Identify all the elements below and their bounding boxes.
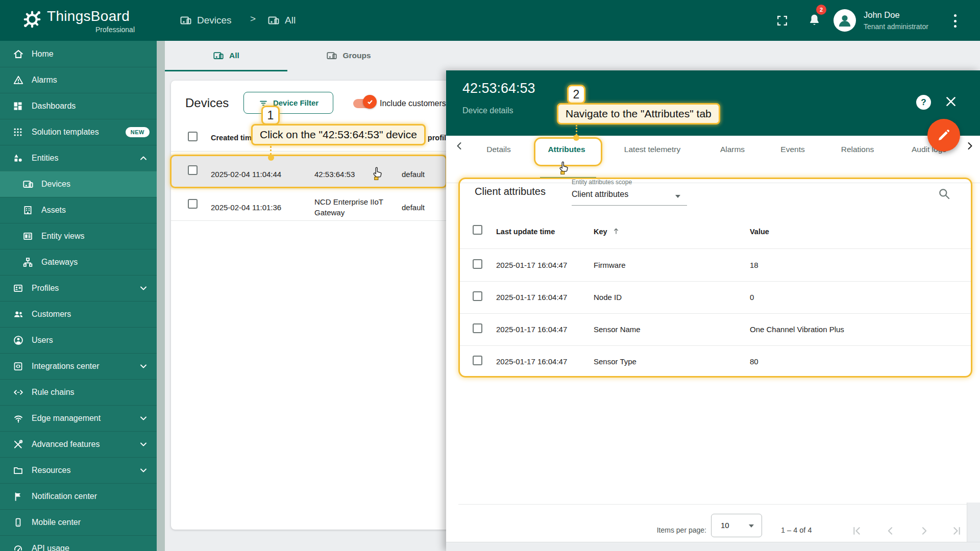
select-all-checkbox[interactable]: [188, 132, 198, 141]
thingsboard-app: ThingsBoard Professional Devices > All 2…: [0, 0, 980, 551]
sidebar-item-mobile-center[interactable]: Mobile center: [0, 509, 157, 535]
row-checkbox[interactable]: [188, 199, 198, 209]
tab-attributes[interactable]: Attributes: [548, 145, 585, 154]
tabs-scroll-right-button[interactable]: [964, 140, 976, 152]
device-icon: [180, 14, 192, 27]
sidebar-item-entities[interactable]: Entities: [0, 145, 157, 171]
panel-subtitle: Device details: [462, 106, 513, 115]
column-header-key[interactable]: Key: [594, 228, 607, 236]
cell-value: 80: [750, 357, 758, 366]
sidebar-item-integrations-center[interactable]: Integrations center: [0, 353, 157, 379]
sidebar-item-assets[interactable]: Assets: [0, 197, 157, 223]
row-checkbox[interactable]: [473, 356, 482, 365]
tab-relations[interactable]: Relations: [841, 145, 874, 154]
breadcrumb-devices[interactable]: Devices: [180, 0, 232, 41]
toggle-check-icon[interactable]: [363, 95, 377, 109]
first-page-button[interactable]: [850, 524, 863, 537]
select-all-attributes-checkbox[interactable]: [473, 225, 482, 235]
notifications-bell-button[interactable]: [807, 13, 822, 28]
sidebar-item-label: Solution templates: [32, 128, 99, 137]
cell-last-update-time: 2025-01-17 16:04:47: [496, 293, 567, 302]
sidebar-item-edge-management[interactable]: Edge management: [0, 405, 157, 431]
logo-subtitle: Professional: [47, 26, 135, 34]
annotation-step1-number: 1: [261, 106, 280, 125]
chevron-down-icon: [675, 195, 680, 198]
page-title: Devices: [185, 96, 229, 110]
edit-device-fab[interactable]: [927, 119, 960, 152]
integrations-icon: [13, 361, 23, 372]
sidebar-item-label: Customers: [32, 310, 71, 319]
column-header-last-update-time[interactable]: Last update time: [496, 228, 555, 236]
sidebar-scrollbar[interactable]: [157, 41, 165, 551]
tab-events[interactable]: Events: [780, 145, 804, 154]
column-header-created-time[interactable]: Created time: [211, 134, 256, 142]
fullscreen-button[interactable]: [776, 14, 789, 27]
row-checkbox[interactable]: [473, 259, 482, 269]
tab-groups[interactable]: Groups: [287, 41, 410, 70]
sidebar-item-label: Users: [32, 336, 53, 345]
scope-select-label: Entity attributes scope: [572, 179, 632, 186]
breadcrumb-all[interactable]: All: [267, 0, 296, 41]
pencil-icon: [936, 128, 951, 143]
sidebar-item-dashboards[interactable]: Dashboards: [0, 93, 157, 119]
tools-icon: [13, 439, 23, 450]
sidebar-item-resources[interactable]: Resources: [0, 457, 157, 483]
user-avatar[interactable]: [834, 9, 856, 32]
sort-asc-icon[interactable]: [612, 227, 620, 235]
sidebar-item-api-usage[interactable]: API usage: [0, 535, 157, 551]
sidebar-item-profiles[interactable]: Profiles: [0, 275, 157, 301]
sidebar-item-rule-chains[interactable]: Rule chains: [0, 379, 157, 405]
tab-all[interactable]: All: [165, 41, 287, 70]
annotation-connector-dot: [573, 135, 579, 141]
folder-icon: [13, 465, 23, 476]
last-page-button[interactable]: [950, 524, 963, 537]
tabs-scroll-left-button[interactable]: [453, 140, 465, 152]
breadcrumb-label: Devices: [197, 15, 232, 26]
cell-last-update-time: 2025-01-17 16:04:47: [496, 261, 567, 269]
sidebar-item-gateways[interactable]: Gateways: [0, 249, 157, 275]
sidebar-item-alarms[interactable]: Alarms: [0, 67, 157, 93]
sidebar-item-label: Entities: [32, 154, 58, 163]
sidebar-item-solution-templates[interactable]: Solution templatesNEW: [0, 119, 157, 145]
next-page-button[interactable]: [918, 524, 930, 537]
sidebar-item-label: Mobile center: [32, 518, 81, 527]
tab-groups-label: Groups: [342, 51, 371, 60]
device-filter-button[interactable]: Device Filter: [243, 92, 333, 114]
assets-icon: [22, 205, 33, 216]
row-checkbox[interactable]: [473, 291, 482, 301]
sidebar-item-label: Entity views: [41, 232, 84, 241]
sidebar-item-notification-center[interactable]: Notification center: [0, 483, 157, 509]
sidebar-item-home[interactable]: Home: [0, 41, 157, 67]
sidebar-item-advanced-features[interactable]: Advanced features: [0, 431, 157, 457]
page-size-select[interactable]: 10: [711, 514, 762, 537]
logo-title: ThingsBoard: [47, 8, 130, 24]
previous-page-button[interactable]: [884, 524, 897, 537]
search-icon[interactable]: [937, 187, 951, 201]
page-size-value: 10: [721, 521, 729, 530]
tab-alarms[interactable]: Alarms: [720, 145, 745, 154]
sidebar-item-users[interactable]: Users: [0, 327, 157, 353]
user-menu-kebab-button[interactable]: [951, 13, 959, 29]
row-checkbox[interactable]: [473, 323, 482, 333]
sidebar-item-label: Integrations center: [32, 362, 100, 371]
new-badge: NEW: [126, 127, 150, 137]
row-checkbox[interactable]: [188, 165, 198, 175]
sidebar-item-entity-views[interactable]: Entity views: [0, 223, 157, 249]
help-icon[interactable]: ?: [916, 95, 931, 110]
tab-details[interactable]: Details: [486, 145, 510, 154]
chevron-down-icon: [138, 283, 149, 293]
tab-latest-telemetry[interactable]: Latest telemetry: [624, 145, 680, 154]
edge-antenna-icon: [13, 413, 24, 424]
top-bar: ThingsBoard Professional Devices > All 2…: [0, 0, 980, 41]
column-header-value[interactable]: Value: [750, 228, 769, 236]
active-tab-indicator: [165, 70, 287, 71]
scope-select[interactable]: Client attributes: [572, 190, 628, 199]
close-icon[interactable]: [944, 94, 958, 109]
sidebar-item-label: Home: [32, 49, 54, 59]
breadcrumb-label: All: [285, 15, 296, 26]
cell-last-update-time: 2025-01-17 16:04:47: [496, 325, 567, 334]
sidebar-item-customers[interactable]: Customers: [0, 301, 157, 327]
attributes-section-title: Client attributes: [475, 186, 546, 197]
chevron-down-icon: [138, 465, 149, 475]
sidebar-item-devices[interactable]: Devices: [0, 171, 157, 197]
